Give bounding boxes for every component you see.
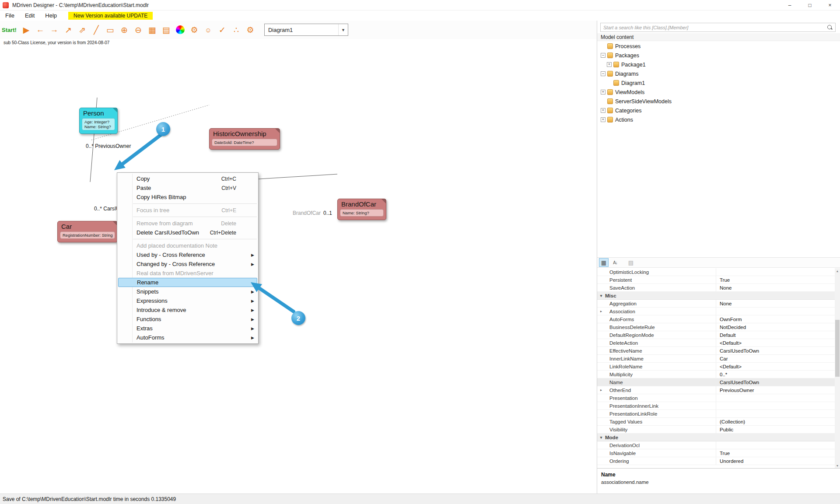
property-row-association[interactable]: ▸Association	[597, 308, 835, 315]
chevron-down-icon[interactable]: ▾	[338, 24, 348, 35]
menu-item-expressions[interactable]: Expressions▶	[117, 296, 258, 305]
association-tool-icon[interactable]: ↗	[61, 23, 75, 36]
categorized-view-button[interactable]: ▦	[599, 258, 609, 267]
scroll-up-icon[interactable]: ▲	[835, 268, 840, 273]
property-value[interactable]: CarsIUsedToOwn	[716, 380, 835, 385]
property-value[interactable]: (Collection)	[716, 419, 835, 424]
property-row-persistent[interactable]: PersistentTrue	[597, 276, 835, 284]
forward-arrow-icon[interactable]: →	[47, 23, 61, 36]
property-row-otherend[interactable]: ▸OtherEndPreviousOwner	[597, 386, 835, 394]
property-row-saveaction[interactable]: SaveActionNone	[597, 284, 835, 292]
tree-item-processes[interactable]: Processes	[597, 42, 840, 51]
menu-item-extras[interactable]: Extras▶	[117, 324, 258, 333]
property-value[interactable]: Public	[716, 427, 835, 432]
property-value[interactable]: <Default>	[716, 364, 835, 369]
property-row-name[interactable]: NameCarsIUsedToOwn	[597, 378, 835, 386]
update-notice[interactable]: New Version available UPDATE	[68, 12, 153, 20]
menu-help[interactable]: Help	[40, 12, 62, 19]
search-icon[interactable]	[827, 25, 833, 30]
expand-icon[interactable]: +	[607, 62, 612, 67]
property-row-defaultregionmode[interactable]: DefaultRegionModeDefault	[597, 331, 835, 339]
class-box-person[interactable]: Person Age: Integer? Name: String?	[79, 108, 118, 134]
role-label-brandofcar[interactable]: BrandOfCar0..1	[293, 210, 332, 216]
tree-item-serversideviewmodels[interactable]: ServerSideViewModels	[597, 97, 840, 106]
property-row-ordering[interactable]: OrderingUnordered	[597, 457, 835, 465]
property-value[interactable]: OwnForm	[716, 317, 835, 322]
class-box-car[interactable]: Car RegistrationNumber: String	[57, 221, 118, 242]
property-row-businessdeleterule[interactable]: BusinessDeleteRuleNotDecided	[597, 323, 835, 331]
expand-icon[interactable]: +	[601, 90, 606, 94]
dashed-line-tool-icon[interactable]: ╱	[89, 23, 103, 36]
gear-run-icon[interactable]: ⚙	[187, 23, 201, 36]
property-row-presentationinnerlink[interactable]: PresentationInnerLink	[597, 402, 835, 410]
property-value[interactable]: Unordered	[716, 458, 835, 464]
scroll-down-icon[interactable]: ▼	[835, 463, 840, 468]
menu-file[interactable]: File	[0, 12, 20, 19]
property-category-misc[interactable]: ▾Misc	[597, 292, 835, 300]
diagram-canvas[interactable]: Person Age: Integer? Name: String? Histo…	[0, 39, 597, 494]
collapse-icon[interactable]: −	[601, 71, 606, 76]
property-value[interactable]: Car	[716, 356, 835, 361]
property-row-tagged-values[interactable]: Tagged Values(Collection)	[597, 418, 835, 426]
table-view-icon[interactable]: ▦	[145, 23, 159, 36]
property-row-presentationlinkrole[interactable]: PresentationLinkRole	[597, 410, 835, 418]
expand-icon[interactable]: +	[601, 117, 606, 122]
viewmodel-icon[interactable]: ▤	[159, 23, 173, 36]
property-row-presentation[interactable]: Presentation	[597, 394, 835, 402]
close-button[interactable]: ×	[820, 0, 840, 10]
expand-icon[interactable]: +	[601, 108, 606, 113]
property-row-multiplicity[interactable]: Multiplicity0..*	[597, 371, 835, 378]
property-value[interactable]: 0..*	[716, 372, 835, 377]
menu-item-used-by-cross-reference[interactable]: Used by - Cross Reference▶	[117, 250, 258, 259]
class-tool-icon[interactable]: ▭	[103, 23, 117, 36]
property-row-deleteaction[interactable]: DeleteAction<Default>	[597, 339, 835, 347]
tree-item-diagrams[interactable]: −Diagrams	[597, 69, 840, 78]
property-row-effectivename[interactable]: EffectiveNameCarsIUsedToOwn	[597, 347, 835, 355]
menu-item-functions[interactable]: Functions▶	[117, 315, 258, 324]
menu-item-copy[interactable]: CopyCtrl+C	[117, 174, 258, 183]
property-grid-scrollbar[interactable]: ▲ ▼	[835, 268, 840, 468]
property-category-mode[interactable]: ▾Mode	[597, 434, 835, 441]
property-row-aggregation[interactable]: AggregationNone	[597, 300, 835, 308]
tree-item-diagram1[interactable]: Diagram1	[597, 78, 840, 88]
property-row-visibility[interactable]: VisibilityPublic	[597, 426, 835, 434]
tree-item-packages[interactable]: −Packages	[597, 51, 840, 60]
collapse-icon[interactable]: −	[601, 53, 606, 58]
tree-item-categories[interactable]: +Categories	[597, 106, 840, 115]
minimize-button[interactable]: –	[780, 0, 800, 10]
property-row-derivationocl[interactable]: DerivationOcl	[597, 441, 835, 449]
menu-item-paste[interactable]: PasteCtrl+V	[117, 183, 258, 192]
inheritance-tool-icon[interactable]: ⇗	[75, 23, 89, 36]
property-value[interactable]: <Default>	[716, 340, 835, 346]
property-row-linkrolename[interactable]: LinkRoleName<Default>	[597, 363, 835, 371]
property-value[interactable]: PreviousOwner	[716, 388, 835, 393]
menu-item-rename[interactable]: Rename	[118, 278, 257, 287]
role-label-previousowner[interactable]: 0..* PreviousOwner	[86, 143, 131, 149]
alphabetical-sort-button[interactable]: A↓	[610, 258, 620, 267]
class-box-brandofcar[interactable]: BrandOfCar Name: String?	[337, 199, 386, 220]
tree-item-actions[interactable]: +Actions	[597, 115, 840, 124]
hierarchy-icon[interactable]: ∴	[229, 23, 243, 36]
run-icon[interactable]: ▶	[19, 23, 33, 36]
property-row-isnavigable[interactable]: IsNavigableTrue	[597, 449, 835, 457]
expand-chevron-icon[interactable]: ▸	[597, 388, 605, 392]
menu-edit[interactable]: Edit	[20, 12, 40, 19]
property-row-autoforms[interactable]: AutoFormsOwnForm	[597, 315, 835, 323]
property-value[interactable]: None	[716, 301, 835, 306]
menu-item-changed-by-cross-reference[interactable]: Changed by - Cross Reference▶	[117, 259, 258, 269]
diagram-dropdown[interactable]: Diagram1 ▾	[264, 24, 348, 36]
menu-item-delete-carsiusedtoown[interactable]: Delete CarsIUsedToOwnCtrl+Delete	[117, 228, 258, 237]
tree-item-package1[interactable]: +Package1	[597, 60, 840, 69]
menu-item-snippets[interactable]: Snippets▶	[117, 287, 258, 296]
zoom-out-icon[interactable]: ⊖	[131, 23, 145, 36]
model-search[interactable]: Start a search like this [Class].[Member…	[600, 23, 836, 32]
property-value[interactable]: CarsIUsedToOwn	[716, 348, 835, 354]
back-arrow-icon[interactable]: ←	[33, 23, 47, 36]
color-wheel-icon[interactable]	[173, 23, 187, 36]
zoom-in-icon[interactable]: ⊕	[117, 23, 131, 36]
maximize-button[interactable]: □	[800, 0, 820, 10]
property-value[interactable]: None	[716, 285, 835, 290]
property-value[interactable]: Default	[716, 332, 835, 338]
start-button[interactable]: Start!	[2, 27, 17, 33]
property-value[interactable]: True	[716, 277, 835, 283]
